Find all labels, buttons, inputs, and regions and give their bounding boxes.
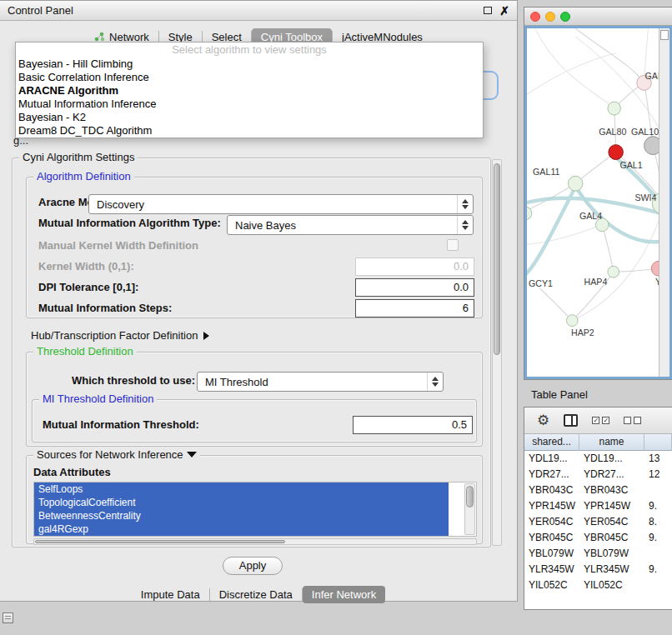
mi-steps-field[interactable]: 6	[355, 299, 474, 318]
algorithm-option[interactable]: Mutual Information Inference	[16, 98, 483, 111]
network-view-window: GAL GAL80 GAL10 GAL11 GAL1 SWI4 GAL4 GCY…	[524, 7, 672, 380]
table-panel-window: ⚙ ✓ ✓ shared... name YDL19... YDL19... 1…	[524, 407, 672, 610]
window-title: Control Panel	[8, 4, 73, 17]
table-row[interactable]: YBR045C YBR045C 9.	[524, 530, 672, 546]
node-label: GAL10	[631, 127, 659, 137]
algorithm-definition-group: Algorithm Definition Aracne Mode: Discov…	[26, 177, 483, 318]
algorithm-definition-title: Algorithm Definition	[33, 170, 134, 182]
algorithm-option[interactable]: Bayesian - K2	[16, 111, 483, 124]
minimize-traffic-light[interactable]	[545, 12, 555, 22]
table-body: YDL19... YDL19... 13 YDR27... YDR27... 1…	[524, 451, 672, 593]
network-canvas[interactable]: GAL GAL80 GAL10 GAL11 GAL1 SWI4 GAL4 GCY…	[527, 28, 659, 377]
table-row[interactable]: YIL052C YIL052C	[524, 578, 672, 593]
network-vertical-scrollbar[interactable]	[659, 28, 669, 377]
attribute-item-selected[interactable]: BetweennessCentrality	[34, 509, 449, 522]
control-panel-window: Control Panel ✗ Network Style Select Cyn…	[0, 0, 518, 602]
table-row[interactable]: YER054C YER054C 8.	[524, 514, 672, 530]
scrollbar-thumb[interactable]	[35, 540, 285, 543]
column-header-shared-name[interactable]: shared...	[524, 434, 579, 451]
manual-kernel-width-checkbox[interactable]	[447, 239, 459, 251]
table-row[interactable]: YDR27... YDR27... 12	[524, 467, 672, 482]
kernel-width-label: Kernel Width (0,1):	[38, 260, 134, 272]
sources-toggle[interactable]: Sources for Network Inference	[33, 448, 200, 461]
dpi-tolerance-field[interactable]: 0.0	[355, 278, 474, 297]
dpi-tolerance-label: DPI Tolerance [0,1]:	[38, 281, 138, 293]
hub-definition-toggle[interactable]: Hub/Transcription Factor Definition	[31, 329, 209, 342]
node-label: GAL11	[533, 167, 559, 177]
node-green[interactable]	[566, 315, 578, 327]
attribute-item-selected[interactable]: gal4RGexp	[34, 522, 449, 536]
close-traffic-light[interactable]	[530, 12, 540, 22]
table-row[interactable]: YDL19... YDL19... 13	[524, 451, 672, 467]
birdseye-toggle-icon[interactable]	[660, 30, 669, 40]
select-all-checkboxes-icon[interactable]: ✓ ✓	[592, 417, 609, 424]
algorithm-dropdown-popup: Select algorithm to view settings Bayesi…	[15, 42, 484, 138]
mi-algorithm-type-label: Mutual Information Algorithm Type:	[38, 217, 221, 229]
node-green[interactable]	[568, 176, 582, 191]
apply-button[interactable]: Apply	[223, 557, 283, 575]
table-row[interactable]: YBR043C YBR043C	[524, 482, 672, 498]
node-red[interactable]	[609, 145, 623, 160]
node-label: GCY1	[529, 278, 553, 288]
settings-vertical-scrollbar[interactable]	[492, 159, 502, 546]
table-row[interactable]: YBL079W YBL079W	[524, 546, 672, 562]
zoom-traffic-light[interactable]	[560, 12, 570, 22]
tab-discretize-data[interactable]: Discretize Data	[210, 586, 302, 603]
tab-impute-data[interactable]: Impute Data	[132, 586, 209, 603]
control-panel-titlebar[interactable]: Control Panel ✗	[0, 1, 517, 21]
algorithm-option[interactable]: Bayesian - Hill Climbing	[16, 58, 483, 71]
node-green[interactable]	[608, 266, 619, 278]
aracne-mode-select[interactable]: Discovery	[88, 194, 474, 214]
table-toolbar: ⚙ ✓ ✓	[524, 408, 672, 434]
docked-panel-icon[interactable]	[3, 612, 13, 623]
node-label: GAL	[645, 71, 659, 81]
float-window-icon[interactable]	[484, 7, 492, 14]
threshold-definition-title: Threshold Definition	[33, 345, 137, 358]
collapsed-arrow-icon	[203, 332, 209, 340]
attribute-list-vertical-scrollbar[interactable]	[464, 483, 475, 535]
mi-threshold-group-title: MI Threshold Definition	[39, 392, 157, 405]
node-label: GAL80	[599, 127, 626, 137]
algorithm-popup-prompt: Select algorithm to view settings	[16, 42, 483, 58]
which-threshold-select[interactable]: MI Threshold	[197, 372, 444, 392]
kernel-width-field[interactable]: 0.0	[355, 258, 474, 276]
node-label: GAL4	[579, 211, 602, 221]
node-salmon[interactable]	[651, 261, 659, 276]
table-row[interactable]: YPR145W YPR145W 9.	[524, 498, 672, 514]
network-canvas-frame: GAL GAL80 GAL10 GAL11 GAL1 SWI4 GAL4 GCY…	[524, 26, 672, 379]
node-label: HAP4	[584, 277, 607, 287]
table-row[interactable]: YLR345W YLR345W 9.	[524, 562, 672, 578]
mi-algorithm-type-select[interactable]: Naive Bayes	[227, 215, 474, 235]
deselect-all-checkboxes-icon[interactable]	[624, 417, 641, 424]
gear-icon[interactable]: ⚙	[537, 413, 549, 428]
algorithm-option[interactable]: Dream8 DC_TDC Algorithm	[16, 124, 483, 138]
attribute-list-horizontal-scrollbar[interactable]	[33, 538, 477, 545]
mi-steps-label: Mutual Information Steps:	[38, 302, 172, 314]
node-green[interactable]	[608, 102, 621, 115]
mi-threshold-field[interactable]: 0.5	[353, 416, 473, 434]
scrollbar-thumb[interactable]	[466, 486, 474, 508]
data-attributes-list: SelfLoops TopologicalCoefficient Between…	[33, 482, 477, 537]
table-header-row: shared... name	[524, 434, 672, 451]
manual-kernel-width-label: Manual Kernel Width Definition	[38, 239, 198, 252]
cyni-algorithm-settings-group: Cyni Algorithm Settings Algorithm Defini…	[12, 158, 491, 548]
attribute-item-selected[interactable]: TopologicalCoefficient	[34, 496, 449, 509]
column-header-partial[interactable]	[644, 434, 672, 451]
algorithm-option[interactable]: Basic Correlation Inference	[16, 71, 483, 84]
sources-group: Sources for Network Inference Data Attri…	[26, 455, 483, 544]
close-window-icon[interactable]: ✗	[499, 6, 509, 16]
attribute-item-selected[interactable]: SelfLoops	[34, 482, 449, 496]
tab-infer-network[interactable]: Infer Network	[303, 586, 385, 603]
threshold-definition-group: Threshold Definition Which threshold to …	[26, 352, 483, 447]
mi-threshold-group: MI Threshold Definition Mutual Informati…	[32, 399, 477, 442]
algorithm-option-selected[interactable]: ARACNE Algorithm	[16, 84, 483, 98]
scrollbar-thumb[interactable]	[494, 163, 500, 355]
combo-stepper-icon	[427, 372, 443, 391]
network-window-titlebar[interactable]	[524, 8, 672, 26]
combo-stepper-icon	[457, 195, 473, 213]
column-header-name[interactable]: name	[579, 434, 644, 451]
node-gray[interactable]	[644, 137, 659, 155]
expanded-arrow-icon	[187, 452, 197, 458]
columns-icon[interactable]	[564, 414, 578, 427]
node-label: SWI4	[634, 192, 656, 202]
